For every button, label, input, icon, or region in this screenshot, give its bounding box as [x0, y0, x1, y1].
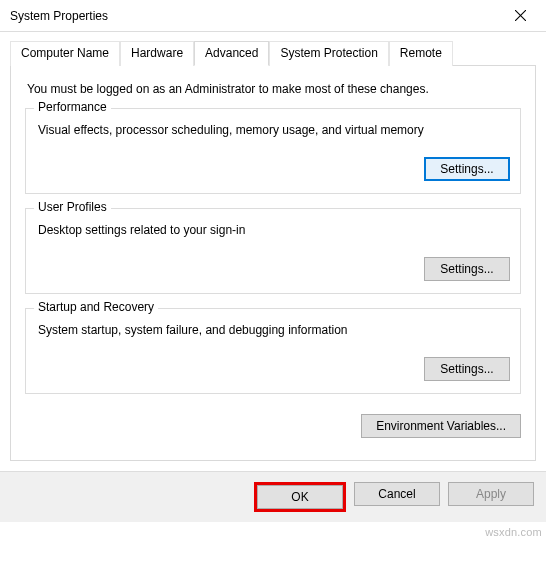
- cancel-button[interactable]: Cancel: [354, 482, 440, 506]
- group-performance-legend: Performance: [34, 100, 111, 114]
- group-user-profiles: User Profiles Desktop settings related t…: [25, 208, 521, 294]
- ok-button[interactable]: OK: [257, 485, 343, 509]
- tab-panel-advanced: You must be logged on as an Administrato…: [10, 65, 536, 461]
- tab-computer-name[interactable]: Computer Name: [10, 41, 120, 66]
- dialog-button-row: OK Cancel Apply: [0, 471, 546, 522]
- group-startup-recovery: Startup and Recovery System startup, sys…: [25, 308, 521, 394]
- group-user-profiles-desc: Desktop settings related to your sign-in: [38, 223, 510, 237]
- watermark: wsxdn.com: [485, 526, 542, 538]
- group-startup-recovery-legend: Startup and Recovery: [34, 300, 158, 314]
- tab-advanced[interactable]: Advanced: [194, 41, 269, 66]
- tab-hardware[interactable]: Hardware: [120, 41, 194, 66]
- close-button[interactable]: [500, 2, 540, 30]
- ok-highlight: OK: [254, 482, 346, 512]
- close-icon: [515, 10, 526, 21]
- user-profiles-settings-button[interactable]: Settings...: [424, 257, 510, 281]
- group-performance: Performance Visual effects, processor sc…: [25, 108, 521, 194]
- startup-recovery-settings-button[interactable]: Settings...: [424, 357, 510, 381]
- tabstrip: Computer Name Hardware Advanced System P…: [10, 41, 536, 66]
- group-user-profiles-legend: User Profiles: [34, 200, 111, 214]
- group-performance-desc: Visual effects, processor scheduling, me…: [38, 123, 510, 137]
- tab-remote[interactable]: Remote: [389, 41, 453, 66]
- performance-settings-button[interactable]: Settings...: [424, 157, 510, 181]
- environment-variables-button[interactable]: Environment Variables...: [361, 414, 521, 438]
- group-startup-recovery-desc: System startup, system failure, and debu…: [38, 323, 510, 337]
- window-title: System Properties: [10, 9, 500, 23]
- tab-system-protection[interactable]: System Protection: [269, 41, 388, 66]
- admin-notice: You must be logged on as an Administrato…: [27, 82, 523, 96]
- apply-button[interactable]: Apply: [448, 482, 534, 506]
